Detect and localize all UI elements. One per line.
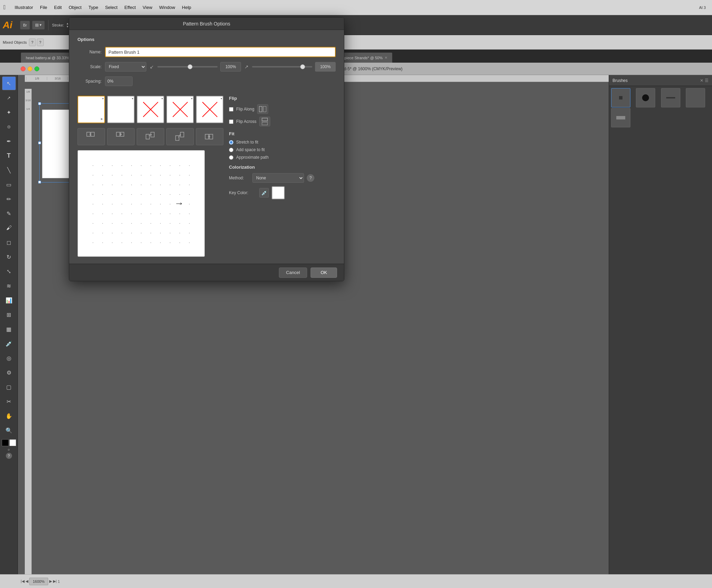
tile-inner-corner[interactable]: ▾ [166,96,194,123]
tile-arrows-row [77,128,223,145]
menu-effect[interactable]: Effect [121,3,139,11]
rotate-tool[interactable]: ↻ [2,250,16,264]
cancel-button[interactable]: Cancel [279,267,307,278]
menu-window[interactable]: Window [156,3,178,11]
brush-cell-1[interactable] [611,88,630,107]
approx-path-radio[interactable] [229,155,233,160]
warp-tool[interactable]: ≋ [2,279,16,293]
blend-tool[interactable]: ◎ [2,351,16,365]
menu-object[interactable]: Object [65,3,85,11]
tile-arrow-btn-3[interactable] [137,128,164,145]
tile-side[interactable]: ▾ [107,96,135,123]
slider-thumb-1[interactable] [188,64,192,69]
handle-ml[interactable] [38,141,41,144]
slider-thumb-2[interactable] [300,64,305,69]
fill-color[interactable] [2,439,9,446]
help-btns[interactable]: ? ? [29,39,44,46]
help-question[interactable]: ? [6,453,12,459]
tile-arrow-btn-4[interactable] [166,128,194,145]
hand-tool[interactable]: ✋ [2,409,16,423]
handle-tl[interactable] [38,102,41,105]
tile-corner[interactable]: ▾ ▸ [77,96,105,123]
pencil-tool[interactable]: ✎ [2,207,16,220]
pen-tool[interactable]: ✒ [2,134,16,148]
flip-across-checkbox[interactable] [229,119,233,124]
modal-title: Pattern Brush Options [183,21,230,27]
prev-page-icon[interactable]: ◀ [25,579,28,584]
slider-1[interactable] [157,66,218,67]
tile-arrow-btn-1[interactable] [77,128,105,145]
key-color-swatch[interactable] [272,186,285,199]
lasso-tool[interactable]: ⌾ [2,120,16,134]
method-dropdown[interactable]: None [252,173,304,183]
close-button[interactable] [21,66,25,71]
apple-logo-icon[interactable]:  [3,4,6,11]
stroke-color[interactable] [9,439,16,446]
pattern-brush-dialog[interactable]: Pattern Brush Options Options Name: Scal… [69,17,344,281]
rect-tool[interactable]: ▭ [2,178,16,191]
mesh-tool[interactable]: ⊞ [2,308,16,322]
tile-arrow-btn-5[interactable] [196,128,223,145]
help-btn-1[interactable]: ? [29,39,36,46]
minimize-button[interactable] [28,66,32,71]
panel-close-icon[interactable]: ✕ [700,78,703,83]
menu-help[interactable]: Help [179,3,195,11]
scale-pct-input-1[interactable] [220,62,241,72]
add-space-radio[interactable] [229,148,233,152]
name-input[interactable] [105,47,336,57]
flip-along-checkbox[interactable] [229,107,233,112]
help-btn-2[interactable]: ? [37,39,44,46]
stretch-to-fit-radio[interactable] [229,140,233,145]
add-space-row: Add space to fit [229,147,336,152]
stretch-to-fit-label: Stretch to fit [236,140,258,145]
blob-brush-tool[interactable]: 🖌 [2,221,16,235]
maximize-button[interactable] [34,66,39,71]
none-icon[interactable]: ⊘ [8,448,10,451]
first-page-icon[interactable]: |◀ [21,579,24,584]
graph-tool[interactable]: 📊 [2,293,16,307]
eyedropper-button[interactable]: 💉 [259,188,269,198]
tile-arrow-btn-2[interactable] [107,128,135,145]
magic-wand-tool[interactable]: ✦ [2,105,16,119]
eyedropper-tool[interactable]: 💉 [2,337,16,350]
zoom-tool[interactable]: 🔍 [2,423,16,437]
brush-cell-3[interactable] [661,88,680,107]
ok-button[interactable]: OK [311,267,337,278]
gradient-tool[interactable]: ▦ [2,322,16,336]
menu-select[interactable]: Select [102,3,121,11]
br-button[interactable]: Br [20,21,30,30]
tile-outer-corner[interactable]: ▾ [137,96,164,123]
type-tool[interactable]: T [2,149,16,162]
slice-tool[interactable]: ✂ [2,395,16,408]
direct-selection-tool[interactable]: ↗ [2,91,16,105]
artboard-tool[interactable]: ▢ [2,380,16,394]
menu-type[interactable]: Type [85,3,102,11]
tile-start[interactable]: ▾ [196,96,223,123]
workspace-dropdown[interactable]: ▤ ▾ [32,21,45,30]
last-page-icon[interactable]: ▶| [53,579,57,584]
line-tool[interactable]: ╲ [2,163,16,177]
scale-dropdown[interactable]: Fixed [105,62,146,72]
scale-pct-input-2[interactable] [315,62,336,72]
menu-edit[interactable]: Edit [51,3,65,11]
handle-bl[interactable] [38,181,41,183]
symbol-tool[interactable]: ⚙ [2,366,16,379]
brush-cell-2[interactable] [636,88,655,107]
selection-tool[interactable]: ↖ [2,76,16,90]
spacing-input[interactable] [105,76,133,86]
eraser-tool[interactable]: ◻ [2,235,16,249]
panel-menu-icon[interactable]: ☰ [705,78,709,83]
tab-close-icon[interactable]: ✕ [385,56,387,60]
menu-file[interactable]: File [36,3,51,11]
options-section-label: Options [77,37,336,42]
menu-view[interactable]: View [139,3,156,11]
brush-cell-4[interactable] [686,88,705,107]
brush-cell-5[interactable] [611,108,630,127]
menu-illustrator[interactable]: Illustrator [11,3,36,11]
info-icon[interactable]: ? [307,174,314,182]
zoom-input[interactable] [29,578,48,585]
scale-tool[interactable]: ⤡ [2,264,16,278]
paintbrush-tool[interactable]: ✏ [2,192,16,206]
slider-2[interactable] [252,66,312,67]
next-page-icon[interactable]: ▶ [49,579,52,584]
